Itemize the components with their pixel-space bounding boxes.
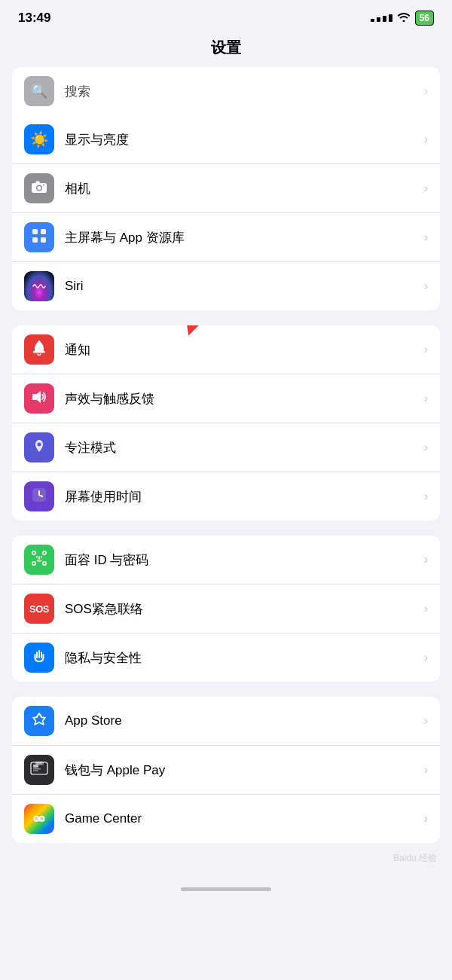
homescreen-icon-wrap bbox=[24, 222, 54, 252]
row-sounds[interactable]: 声效与触感反馈 › bbox=[12, 374, 440, 423]
chevron-siri: › bbox=[424, 279, 428, 293]
sounds-icon-wrap bbox=[24, 383, 54, 414]
svg-rect-5 bbox=[32, 229, 38, 234]
row-homescreen[interactable]: 主屏幕与 App 资源库 › bbox=[12, 213, 440, 262]
focus-icon-wrap bbox=[24, 432, 54, 463]
chevron-camera: › bbox=[424, 182, 428, 195]
group3: 面容 ID 与密码 › SOS SOS紧急联络 › 隐私与安全性 › bbox=[12, 536, 440, 682]
svg-rect-6 bbox=[41, 229, 46, 234]
chevron-screentime: › bbox=[424, 490, 428, 503]
camera-icon-wrap bbox=[24, 173, 54, 203]
row-appstore[interactable]: App Store › bbox=[12, 697, 440, 746]
notifications-icon bbox=[32, 340, 47, 360]
siri-icon bbox=[24, 271, 54, 301]
sounds-icon bbox=[31, 390, 47, 408]
svg-rect-16 bbox=[32, 562, 35, 565]
svg-rect-7 bbox=[32, 237, 38, 243]
privacy-icon bbox=[31, 648, 47, 668]
row-focus[interactable]: 专注模式 › bbox=[12, 423, 440, 472]
gamecenter-icon bbox=[24, 804, 54, 834]
display-icon: ☀️ bbox=[30, 130, 49, 148]
status-bar: 13:49 56 bbox=[0, 0, 452, 32]
row-label-siri: Siri bbox=[65, 279, 424, 294]
wallet-icon bbox=[30, 762, 48, 779]
home-indicator bbox=[0, 872, 452, 899]
group4: App Store › 钱包与 Apple Pay › bbox=[12, 697, 440, 843]
appstore-icon bbox=[31, 711, 47, 731]
svg-rect-9 bbox=[33, 351, 45, 353]
chevron-homescreen: › bbox=[424, 230, 428, 244]
camera-icon bbox=[31, 180, 47, 197]
faceid-icon bbox=[31, 550, 47, 570]
svg-rect-19 bbox=[33, 765, 38, 768]
wallet-icon-wrap bbox=[24, 755, 54, 785]
row-display[interactable]: ☀️ 显示与亮度 › bbox=[12, 115, 440, 164]
chevron-focus: › bbox=[424, 441, 428, 454]
display-icon-wrap: ☀️ bbox=[24, 124, 54, 154]
row-faceid[interactable]: 面容 ID 与密码 › bbox=[12, 536, 440, 585]
chevron-faceid: › bbox=[424, 553, 428, 566]
chevron-gamecenter: › bbox=[424, 812, 428, 826]
wifi-icon bbox=[397, 11, 411, 25]
svg-rect-8 bbox=[41, 237, 46, 243]
svg-point-4 bbox=[43, 184, 44, 185]
notifications-icon-wrap bbox=[24, 334, 54, 365]
svg-marker-11 bbox=[32, 391, 41, 403]
search-icon: 🔍 bbox=[31, 83, 47, 99]
focus-icon bbox=[32, 438, 47, 457]
svg-point-2 bbox=[38, 186, 41, 190]
row-sos[interactable]: SOS SOS紧急联络 › bbox=[12, 585, 440, 633]
watermark-text: Baidu 经验 bbox=[393, 853, 437, 863]
screentime-icon bbox=[31, 487, 47, 507]
row-label-gamecenter: Game Center bbox=[65, 811, 424, 826]
row-label-homescreen: 主屏幕与 App 资源库 bbox=[65, 229, 424, 246]
row-notifications[interactable]: 通知 › bbox=[12, 325, 440, 374]
row-privacy[interactable]: 隐私与安全性 › bbox=[12, 633, 440, 682]
sos-icon-wrap: SOS bbox=[24, 594, 54, 624]
group1: ☀️ 显示与亮度 › 相机 › bbox=[12, 115, 440, 310]
svg-point-10 bbox=[38, 340, 41, 343]
siri-icon-wrap bbox=[24, 271, 54, 301]
svg-rect-15 bbox=[43, 551, 46, 554]
row-label-faceid: 面容 ID 与密码 bbox=[65, 551, 424, 569]
row-label-privacy: 隐私与安全性 bbox=[65, 649, 424, 667]
page-title: 设置 bbox=[0, 32, 452, 67]
status-icons: 56 bbox=[371, 11, 434, 26]
svg-rect-14 bbox=[32, 551, 35, 554]
row-search[interactable]: 🔍 搜索 › bbox=[12, 67, 440, 115]
row-wallet[interactable]: 钱包与 Apple Pay › bbox=[12, 746, 440, 795]
row-label-sounds: 声效与触感反馈 bbox=[65, 390, 424, 408]
row-label-notifications: 通知 bbox=[65, 341, 424, 359]
svg-rect-21 bbox=[33, 770, 38, 771]
row-label-screentime: 屏幕使用时间 bbox=[65, 488, 424, 505]
chevron-notifications: › bbox=[424, 343, 428, 356]
svg-rect-17 bbox=[43, 562, 46, 565]
chevron-privacy: › bbox=[424, 651, 428, 664]
watermark-area: Baidu 经验 bbox=[0, 850, 452, 865]
chevron-display: › bbox=[424, 133, 428, 146]
faceid-icon-wrap bbox=[24, 545, 54, 575]
row-label-camera: 相机 bbox=[65, 180, 424, 197]
row-label-search: 搜索 bbox=[65, 83, 424, 100]
svg-point-12 bbox=[38, 442, 41, 446]
row-screentime[interactable]: 屏幕使用时间 › bbox=[12, 472, 440, 521]
search-icon-wrap: 🔍 bbox=[24, 76, 54, 106]
svg-point-26 bbox=[35, 817, 38, 821]
row-siri[interactable]: Siri › bbox=[12, 262, 440, 310]
gamecenter-icon-wrap bbox=[24, 804, 54, 834]
chevron-wallet: › bbox=[424, 763, 428, 777]
row-label-appstore: App Store bbox=[65, 713, 424, 728]
privacy-icon-wrap bbox=[24, 643, 54, 673]
row-label-sos: SOS紧急联络 bbox=[65, 600, 424, 618]
svg-rect-3 bbox=[36, 181, 40, 183]
battery-badge: 56 bbox=[415, 11, 434, 26]
screentime-icon-wrap bbox=[24, 481, 54, 511]
signal-icon bbox=[371, 14, 392, 22]
row-gamecenter[interactable]: Game Center › bbox=[12, 795, 440, 843]
chevron-sounds: › bbox=[424, 392, 428, 405]
group2: 通知 › 声效与触感反馈 › 专注模式 › bbox=[12, 325, 440, 521]
chevron-search: › bbox=[424, 84, 428, 98]
sos-icon: SOS bbox=[29, 603, 49, 615]
svg-rect-20 bbox=[33, 768, 41, 770]
row-camera[interactable]: 相机 › bbox=[12, 164, 440, 213]
